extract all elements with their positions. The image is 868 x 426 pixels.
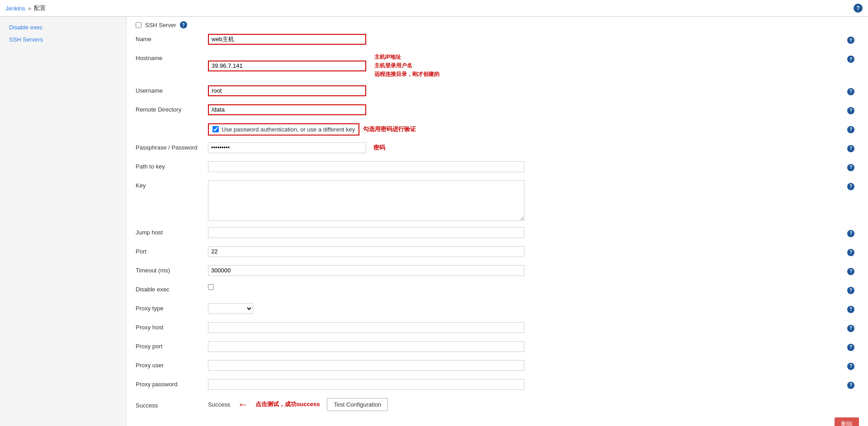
jump-host-row: Jump host ? xyxy=(136,227,859,243)
disable-exec-field xyxy=(208,284,859,290)
name-label: Name xyxy=(136,34,208,42)
name-row: Name ? xyxy=(136,34,859,50)
port-row: Port ? xyxy=(136,246,859,262)
proxy-password-help-icon[interactable]: ? xyxy=(847,382,854,389)
ssh-server-help-icon[interactable]: ? xyxy=(180,21,187,28)
key-textarea[interactable] xyxy=(208,180,524,221)
passphrase-input[interactable] xyxy=(208,142,366,153)
proxy-password-label: Proxy password xyxy=(136,379,208,388)
status-label: Success xyxy=(136,400,208,409)
passphrase-help-icon[interactable]: ? xyxy=(847,145,854,152)
hostname-help-icon[interactable]: ? xyxy=(847,56,854,63)
remote-dir-help-icon[interactable]: ? xyxy=(847,107,854,114)
topbar: Jenkins » 配置 ? xyxy=(0,0,868,17)
status-value: Success xyxy=(208,401,230,408)
disable-exec-help-icon[interactable]: ? xyxy=(847,287,854,294)
hostname-row: Hostname 主机IP地址 主机登录用户名 远程连接目录，刚才创建的 ? xyxy=(136,53,859,83)
use-password-help-icon[interactable]: ? xyxy=(847,126,854,133)
proxy-host-input[interactable] xyxy=(208,322,524,333)
key-row: Key ? xyxy=(136,180,859,225)
hostname-field: 主机IP地址 主机登录用户名 远程连接目录，刚才创建的 xyxy=(208,53,859,79)
delete-button[interactable]: 删除 xyxy=(835,417,859,426)
use-password-annotation: 勾选用密码进行验证 xyxy=(363,125,416,133)
ssh-server-header-label: SSH Server xyxy=(145,22,176,28)
breadcrumb-jenkins[interactable]: Jenkins xyxy=(5,5,25,12)
use-password-spacer xyxy=(136,123,208,125)
sidebar-item-disable-exec[interactable]: Disable exec xyxy=(0,21,126,33)
proxy-password-field xyxy=(208,379,859,390)
proxy-port-field xyxy=(208,341,859,352)
path-to-key-help-icon[interactable]: ? xyxy=(847,164,854,171)
disable-exec-row: Disable exec ? xyxy=(136,284,859,300)
proxy-host-row: Proxy host ? xyxy=(136,322,859,338)
jump-host-field xyxy=(208,227,859,238)
ssh-server-header: SSH Server ? xyxy=(136,21,859,28)
proxy-port-label: Proxy port xyxy=(136,341,208,350)
main-content: Disable exec SSH Servers SSH Server ? Na… xyxy=(0,17,868,426)
key-help-icon[interactable]: ? xyxy=(847,183,854,190)
jump-host-input[interactable] xyxy=(208,227,524,238)
proxy-password-input[interactable] xyxy=(208,379,524,390)
remote-dir-row: Remote Directory ? xyxy=(136,104,859,121)
sidebar-item-ssh-servers[interactable]: SSH Servers xyxy=(0,33,126,46)
proxy-user-help-icon[interactable]: ? xyxy=(847,363,854,370)
timeout-help-icon[interactable]: ? xyxy=(847,268,854,275)
status-row: Success Success ← 点击测试，成功success Test Co… xyxy=(136,398,859,415)
path-to-key-field xyxy=(208,161,859,172)
hostname-input[interactable] xyxy=(208,61,366,71)
username-input[interactable] xyxy=(208,85,366,96)
timeout-input[interactable] xyxy=(208,265,524,276)
use-password-checkbox[interactable] xyxy=(212,126,219,132)
use-password-checkbox-label: Use password authentication, or use a di… xyxy=(208,123,359,136)
proxy-host-help-icon[interactable]: ? xyxy=(847,325,854,332)
password-annotation: 密码 xyxy=(373,144,385,152)
proxy-type-help-icon[interactable]: ? xyxy=(847,306,854,313)
proxy-type-label: Proxy type xyxy=(136,303,208,312)
use-password-row: Use password authentication, or use a di… xyxy=(136,123,859,140)
remote-dir-label: Remote Directory xyxy=(136,104,208,113)
disable-exec-label: Disable exec xyxy=(136,284,208,293)
jump-host-label: Jump host xyxy=(136,227,208,236)
proxy-type-select[interactable]: HTTP SOCKS5 xyxy=(208,303,253,314)
proxy-port-input[interactable] xyxy=(208,341,524,352)
use-password-field: Use password authentication, or use a di… xyxy=(208,123,859,136)
username-help-icon[interactable]: ? xyxy=(847,88,854,95)
jump-host-help-icon[interactable]: ? xyxy=(847,230,854,237)
port-help-icon[interactable]: ? xyxy=(847,249,854,256)
path-to-key-input[interactable] xyxy=(208,161,524,172)
name-input[interactable] xyxy=(208,34,366,45)
proxy-port-row: Proxy port ? xyxy=(136,341,859,357)
timeout-label: Timeout (ms) xyxy=(136,265,208,274)
name-field xyxy=(208,34,859,45)
top-help-icon[interactable]: ? xyxy=(854,4,863,13)
proxy-host-field xyxy=(208,322,859,333)
disable-exec-checkbox[interactable] xyxy=(208,284,214,290)
proxy-user-field xyxy=(208,360,859,371)
proxy-type-row: Proxy type HTTP SOCKS5 ? xyxy=(136,303,859,319)
remote-dir-input[interactable] xyxy=(208,104,366,115)
proxy-user-input[interactable] xyxy=(208,360,524,371)
sidebar: Disable exec SSH Servers xyxy=(0,17,127,426)
test-configuration-button[interactable]: Test Configuration xyxy=(327,398,388,411)
name-help-icon[interactable]: ? xyxy=(847,37,854,44)
key-label: Key xyxy=(136,180,208,189)
hostname-annotation: 主机IP地址 主机登录用户名 远程连接目录，刚才创建的 xyxy=(374,53,439,79)
proxy-type-field: HTTP SOCKS5 xyxy=(208,303,859,314)
path-to-key-label: Path to key xyxy=(136,161,208,170)
content-area: SSH Server ? Name ? Hostname 主机IP地址 xyxy=(127,17,868,426)
port-label: Port xyxy=(136,246,208,255)
proxy-user-label: Proxy user xyxy=(136,360,208,369)
port-input[interactable] xyxy=(208,246,524,257)
remote-dir-field xyxy=(208,104,859,115)
ssh-server-checkbox[interactable] xyxy=(136,22,142,28)
proxy-port-help-icon[interactable]: ? xyxy=(847,344,854,351)
passphrase-field: 密码 xyxy=(208,142,859,153)
key-field xyxy=(208,180,859,221)
timeout-field xyxy=(208,265,859,276)
breadcrumb-separator: » xyxy=(28,5,31,12)
passphrase-label: Passphrase / Password xyxy=(136,142,208,151)
delete-row: 删除 xyxy=(136,417,859,426)
breadcrumb-config: 配置 xyxy=(34,4,46,12)
username-row: Username ? xyxy=(136,85,859,102)
status-field: Success ← 点击测试，成功success Test Configurat… xyxy=(208,398,859,411)
